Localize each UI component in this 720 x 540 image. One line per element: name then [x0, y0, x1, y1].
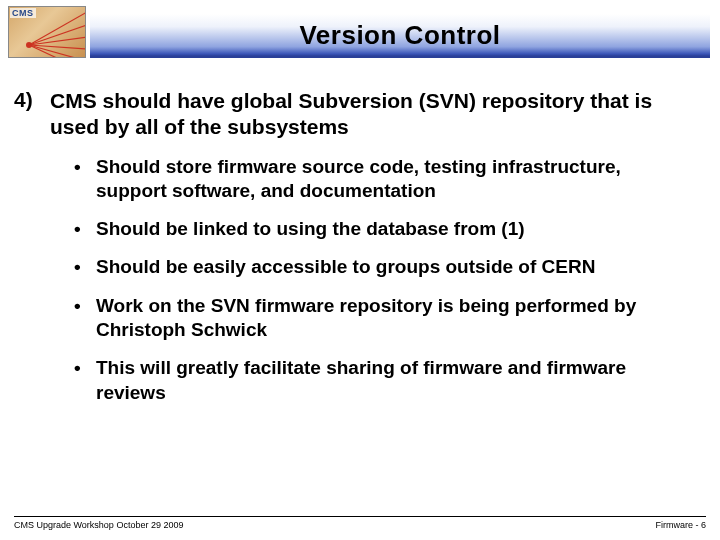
slide-footer: CMS Upgrade Workshop October 29 2009 Fir…: [14, 516, 706, 530]
bullet-list: Should store firmware source code, testi…: [14, 155, 690, 406]
svg-line-2: [29, 25, 86, 45]
list-item: This will greatly facilitate sharing of …: [74, 356, 690, 405]
list-item: Work on the SVN firmware repository is b…: [74, 294, 690, 343]
slide-title: Version Control: [299, 20, 500, 51]
slide-content: 4) CMS should have global Subversion (SV…: [0, 68, 720, 405]
title-bar: Version Control: [90, 14, 710, 58]
svg-line-3: [29, 37, 86, 45]
list-item: Should store firmware source code, testi…: [74, 155, 690, 204]
slide-header: CMS Version Control: [0, 0, 720, 68]
main-point-number: 4): [14, 88, 50, 141]
main-point: 4) CMS should have global Subversion (SV…: [14, 88, 690, 141]
footer-left: CMS Upgrade Workshop October 29 2009: [14, 520, 183, 530]
footer-right: Firmware - 6: [655, 520, 706, 530]
list-item: Should be easily accessible to groups ou…: [74, 255, 690, 279]
logo-text: CMS: [10, 8, 36, 18]
main-point-text: CMS should have global Subversion (SVN) …: [50, 88, 690, 141]
list-item: Should be linked to using the database f…: [74, 217, 690, 241]
cms-logo: CMS: [8, 6, 86, 58]
